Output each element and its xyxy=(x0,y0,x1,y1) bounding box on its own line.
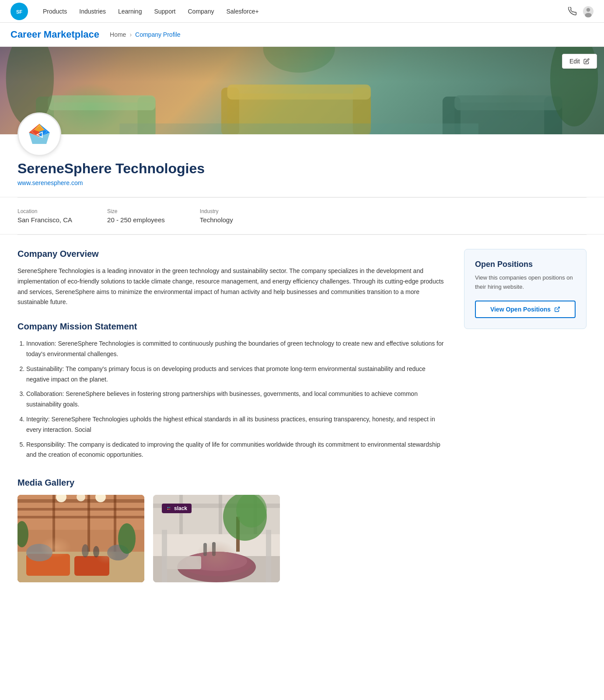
svg-point-56 xyxy=(182,552,251,576)
salesforce-logo[interactable]: SF xyxy=(10,3,28,20)
nav-company[interactable]: Company xyxy=(182,0,220,23)
slack-badge: slack xyxy=(162,504,192,513)
svg-rect-35 xyxy=(114,495,116,552)
svg-point-41 xyxy=(118,523,136,554)
company-logo: ◁ xyxy=(17,112,61,156)
svg-rect-65 xyxy=(266,530,271,582)
svg-point-70 xyxy=(169,509,171,510)
svg-rect-64 xyxy=(162,530,167,582)
svg-rect-53 xyxy=(254,495,257,534)
view-positions-label: View Open Positions xyxy=(490,306,551,313)
list-item: Responsibility: The company is dedicated… xyxy=(26,440,447,461)
svg-point-44 xyxy=(93,546,99,557)
nav-links: Products Industries Learning Support Com… xyxy=(37,0,567,23)
svg-rect-29 xyxy=(17,495,144,530)
view-open-positions-button[interactable]: View Open Positions xyxy=(475,301,576,318)
slack-label: slack xyxy=(174,505,187,511)
meta-industry: Industry Technology xyxy=(200,208,233,224)
svg-point-57 xyxy=(186,552,247,571)
nav-support[interactable]: Support xyxy=(148,0,182,23)
svg-text:SF: SF xyxy=(16,9,22,14)
svg-rect-66 xyxy=(166,506,171,511)
svg-rect-32 xyxy=(17,516,144,518)
edit-button[interactable]: Edit xyxy=(562,54,597,69)
company-website[interactable]: www.serenesphere.com xyxy=(17,179,83,186)
media-image-2[interactable]: slack xyxy=(153,495,280,582)
svg-rect-63 xyxy=(166,556,201,569)
svg-rect-30 xyxy=(17,499,144,503)
media-image-1[interactable] xyxy=(17,495,144,582)
breadcrumb-current: Company Profile xyxy=(135,31,181,38)
svg-point-69 xyxy=(168,509,169,510)
edit-icon xyxy=(583,58,590,64)
location-label: Location xyxy=(17,208,72,214)
svg-point-43 xyxy=(82,544,89,557)
svg-rect-16 xyxy=(454,95,562,110)
size-value: 20 - 250 employees xyxy=(107,216,165,224)
svg-rect-58 xyxy=(236,517,240,552)
svg-line-71 xyxy=(557,307,559,309)
hero-banner: Edit xyxy=(0,47,604,134)
mission-title: Company Mission Statement xyxy=(17,322,447,332)
svg-rect-28 xyxy=(17,495,144,582)
profile-info: SereneSphere Technologies www.serenesphe… xyxy=(17,134,587,186)
content-right: Open Positions View this companies open … xyxy=(464,249,587,329)
svg-point-59 xyxy=(223,495,267,541)
media-gallery: Media Gallery xyxy=(17,478,447,582)
company-logo-svg: ◁ xyxy=(25,120,54,149)
svg-point-4 xyxy=(585,13,591,17)
open-positions-card: Open Positions View this companies open … xyxy=(464,249,587,329)
svg-rect-54 xyxy=(153,556,280,582)
svg-point-20 xyxy=(263,47,335,73)
company-name: SereneSphere Technologies xyxy=(17,161,587,177)
svg-point-60 xyxy=(236,495,267,528)
svg-point-47 xyxy=(77,495,85,501)
nav-products[interactable]: Products xyxy=(37,0,73,23)
meta-section: Location San Francisco, CA Size 20 - 250… xyxy=(0,198,604,234)
card-title: Open Positions xyxy=(475,260,576,269)
user-avatar[interactable] xyxy=(583,6,594,17)
nav-salesforce-plus[interactable]: Salesforce+ xyxy=(220,0,265,23)
svg-point-67 xyxy=(168,507,169,508)
overview-title: Company Overview xyxy=(17,249,447,259)
nav-right xyxy=(567,6,594,17)
hero-background xyxy=(0,47,604,134)
main-content: Company Overview SereneSphere Technologi… xyxy=(0,235,604,596)
industry-value: Technology xyxy=(200,216,233,224)
app-title[interactable]: Career Marketplace xyxy=(10,29,99,40)
content-left: Company Overview SereneSphere Technologi… xyxy=(17,249,447,582)
media-grid: slack xyxy=(17,495,447,582)
nav-industries[interactable]: Industries xyxy=(73,0,112,23)
svg-point-39 xyxy=(26,544,52,561)
overview-text: SereneSphere Technologies is a leading i… xyxy=(17,266,447,308)
navigation: SF Products Industries Learning Support … xyxy=(0,0,604,23)
media-title: Media Gallery xyxy=(17,478,447,488)
size-label: Size xyxy=(107,208,165,214)
slack-logo-icon xyxy=(166,506,171,511)
list-item: Sustainability: The company's primary fo… xyxy=(26,364,447,385)
meta-location: Location San Francisco, CA xyxy=(17,208,72,224)
nav-learning[interactable]: Learning xyxy=(112,0,148,23)
profile-header: ◁ SereneSphere Technologies www.serenesp… xyxy=(0,134,604,197)
external-link-icon xyxy=(554,306,560,312)
svg-rect-61 xyxy=(203,543,207,556)
svg-rect-38 xyxy=(74,556,109,576)
breadcrumb-separator: › xyxy=(129,31,132,38)
svg-rect-51 xyxy=(179,495,183,534)
svg-rect-36 xyxy=(17,552,144,582)
svg-rect-31 xyxy=(17,508,144,511)
location-value: San Francisco, CA xyxy=(17,216,72,224)
svg-rect-49 xyxy=(153,495,280,534)
breadcrumb-home[interactable]: Home xyxy=(110,31,126,38)
mission-list: Innovation: SereneSphere Technologies is… xyxy=(17,339,447,460)
breadcrumb-bar: Career Marketplace Home › Company Profil… xyxy=(0,23,604,47)
svg-rect-8 xyxy=(48,95,155,110)
card-description: View this companies open positions on th… xyxy=(475,273,576,292)
phone-icon[interactable] xyxy=(567,6,578,17)
svg-point-46 xyxy=(95,495,106,502)
svg-rect-34 xyxy=(87,495,90,552)
svg-point-40 xyxy=(107,545,129,560)
list-item: Innovation: SereneSphere Technologies is… xyxy=(26,339,447,360)
svg-point-68 xyxy=(169,507,171,508)
svg-point-42 xyxy=(17,521,28,547)
